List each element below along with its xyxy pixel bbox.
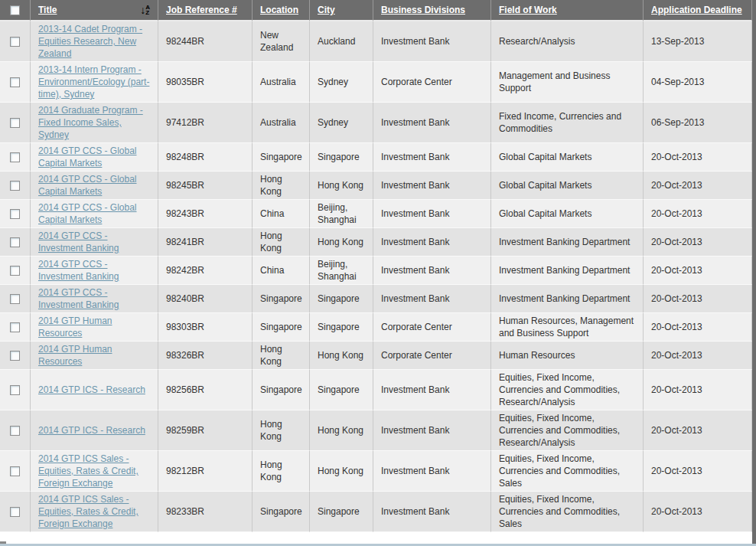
business-division-cell: Investment Bank bbox=[373, 370, 491, 410]
row-checkbox-cell bbox=[0, 21, 31, 62]
location-sort-link[interactable]: Location bbox=[260, 5, 298, 15]
job-title-cell: 2014 GTP ICS - Research bbox=[31, 370, 158, 410]
select-all-checkbox[interactable] bbox=[10, 5, 20, 15]
job-title-link[interactable]: 2014 Graduate Program - Fixed Income Sal… bbox=[38, 105, 143, 140]
business-division-cell: Corporate Center bbox=[373, 342, 491, 370]
field-of-work-cell: Equities, Fixed Income, Currencies and C… bbox=[491, 451, 644, 492]
job-reference-cell: 98035BR bbox=[158, 62, 253, 103]
job-title-cell: 2014 GTP Human Resources bbox=[31, 313, 158, 342]
row-checkbox-cell bbox=[0, 143, 31, 172]
business-division-cell: Corporate Center bbox=[373, 62, 491, 103]
column-header-city: City bbox=[310, 0, 373, 21]
application-deadline-sort-link[interactable]: Application Deadline bbox=[651, 5, 742, 15]
city-cell: Hong Kong bbox=[310, 228, 373, 257]
business-division-cell: Investment Bank bbox=[373, 103, 491, 143]
city-cell: Singapore bbox=[310, 492, 373, 532]
column-header-field-of-work: Field of Work bbox=[491, 0, 644, 21]
job-title-cell: 2014 Graduate Program - Fixed Income Sal… bbox=[31, 103, 158, 143]
job-reference-cell: 98241BR bbox=[158, 228, 253, 257]
right-edge-strip bbox=[752, 0, 756, 546]
job-title-cell: 2014 GTP CCS - Investment Banking bbox=[31, 228, 158, 257]
job-reference-cell: 98256BR bbox=[158, 370, 253, 410]
job-title-cell: 2013-14 Cadet Program - Equities Researc… bbox=[31, 21, 158, 62]
row-checkbox-cell bbox=[0, 200, 31, 228]
row-checkbox[interactable] bbox=[10, 294, 20, 304]
job-title-cell: 2014 GTP ICS Sales - Equities, Rates & C… bbox=[31, 492, 158, 532]
column-header-title: Title ↓ A Z bbox=[31, 0, 158, 21]
table-header: Title ↓ A Z Job Reference # Loc bbox=[0, 0, 752, 21]
job-title-link[interactable]: 2014 GTP ICS - Research bbox=[38, 384, 145, 395]
job-title-link[interactable]: 2014 GTP Human Resources bbox=[38, 316, 112, 338]
job-reference-cell: 98326BR bbox=[158, 342, 253, 370]
field-of-work-sort-link[interactable]: Field of Work bbox=[499, 5, 557, 15]
field-of-work-cell: Investment Banking Department bbox=[491, 285, 644, 313]
row-checkbox[interactable] bbox=[10, 385, 20, 395]
application-deadline-cell: 13-Sep-2013 bbox=[644, 21, 752, 62]
field-of-work-cell: Human Resources, Management and Business… bbox=[491, 313, 644, 342]
city-sort-link[interactable]: City bbox=[318, 5, 335, 15]
job-search-results: Title ↓ A Z Job Reference # Loc bbox=[0, 0, 756, 546]
row-checkbox[interactable] bbox=[10, 507, 20, 517]
city-cell: Sydney bbox=[310, 62, 373, 103]
location-cell: Singapore bbox=[253, 370, 310, 410]
field-of-work-cell: Equities, Fixed Income, Currencies and C… bbox=[491, 410, 644, 451]
job-title-link[interactable]: 2014 GTP Human Resources bbox=[38, 344, 112, 367]
job-row: 2014 GTP Human Resources98303BRSingapore… bbox=[0, 313, 752, 342]
sort-az-letters: A Z bbox=[145, 5, 150, 15]
application-deadline-cell: 20-Oct-2013 bbox=[644, 492, 752, 532]
city-cell: Auckland bbox=[310, 21, 373, 62]
job-title-cell: 2013-14 Intern Program - Environment/Eco… bbox=[31, 62, 158, 103]
location-cell: Singapore bbox=[253, 143, 310, 172]
row-checkbox[interactable] bbox=[10, 322, 20, 332]
row-checkbox[interactable] bbox=[10, 426, 20, 436]
row-checkbox[interactable] bbox=[10, 237, 20, 247]
job-reference-sort-link[interactable]: Job Reference # bbox=[166, 5, 237, 15]
row-checkbox[interactable] bbox=[10, 181, 20, 191]
job-title-link[interactable]: 2013-14 Intern Program - Environment/Eco… bbox=[38, 64, 149, 100]
location-cell: Singapore bbox=[253, 492, 310, 532]
row-checkbox[interactable] bbox=[10, 466, 20, 476]
job-row: 2014 GTP CCS - Investment Banking98241BR… bbox=[0, 228, 752, 257]
city-cell: Sydney bbox=[310, 103, 373, 143]
job-title-link[interactable]: 2014 GTP CCS - Global Capital Markets bbox=[38, 145, 137, 168]
business-division-cell: Investment Bank bbox=[373, 172, 491, 200]
business-division-cell: Investment Bank bbox=[373, 492, 491, 532]
row-checkbox[interactable] bbox=[10, 351, 20, 361]
row-checkbox[interactable] bbox=[10, 77, 20, 87]
job-title-link[interactable]: 2014 GTP CCS - Global Capital Markets bbox=[38, 174, 137, 197]
job-reference-cell: 98248BR bbox=[158, 143, 253, 172]
row-checkbox[interactable] bbox=[10, 152, 20, 162]
job-title-cell: 2014 GTP CCS - Global Capital Markets bbox=[31, 172, 158, 200]
job-row: 2014 GTP CCS - Investment Banking98242BR… bbox=[0, 257, 752, 285]
job-title-link[interactable]: 2014 GTP ICS - Research bbox=[38, 425, 145, 436]
job-row: 2014 GTP CCS - Global Capital Markets982… bbox=[0, 172, 752, 200]
city-cell: Hong Kong bbox=[310, 451, 373, 492]
sort-az-descending-icon[interactable]: ↓ A Z bbox=[140, 5, 150, 15]
field-of-work-cell: Equities, Fixed Income, Currencies and C… bbox=[491, 370, 644, 410]
application-deadline-cell: 04-Sep-2013 bbox=[644, 62, 752, 103]
row-checkbox-cell bbox=[0, 313, 31, 342]
business-divisions-sort-link[interactable]: Business Divisions bbox=[381, 5, 465, 15]
row-checkbox-cell bbox=[0, 172, 31, 200]
row-checkbox[interactable] bbox=[10, 266, 20, 276]
business-division-cell: Corporate Center bbox=[373, 313, 491, 342]
row-checkbox[interactable] bbox=[10, 118, 20, 128]
job-title-link[interactable]: 2014 GTP ICS Sales - Equities, Rates & C… bbox=[38, 494, 138, 529]
job-title-link[interactable]: 2014 GTP CCS - Investment Banking bbox=[38, 259, 119, 282]
city-cell: Singapore bbox=[310, 143, 373, 172]
job-row: 2014 GTP Human Resources98326BRHong Kong… bbox=[0, 342, 752, 370]
column-header-location: Location bbox=[253, 0, 310, 21]
job-title-link[interactable]: 2014 GTP CCS - Global Capital Markets bbox=[38, 202, 137, 225]
job-title-link[interactable]: 2014 GTP CCS - Investment Banking bbox=[38, 287, 119, 310]
row-checkbox[interactable] bbox=[10, 37, 20, 47]
row-checkbox[interactable] bbox=[10, 209, 20, 219]
job-title-link[interactable]: 2014 GTP ICS Sales - Equities, Rates & C… bbox=[38, 453, 138, 489]
job-title-link[interactable]: 2014 GTP CCS - Investment Banking bbox=[38, 230, 119, 253]
row-checkbox-cell bbox=[0, 62, 31, 103]
job-title-cell: 2014 GTP CCS - Global Capital Markets bbox=[31, 143, 158, 172]
city-cell: Hong Kong bbox=[310, 342, 373, 370]
city-cell: Hong Kong bbox=[310, 410, 373, 451]
business-division-cell: Investment Bank bbox=[373, 228, 491, 257]
title-sort-link[interactable]: Title bbox=[38, 5, 57, 15]
job-title-link[interactable]: 2013-14 Cadet Program - Equities Researc… bbox=[38, 24, 142, 59]
